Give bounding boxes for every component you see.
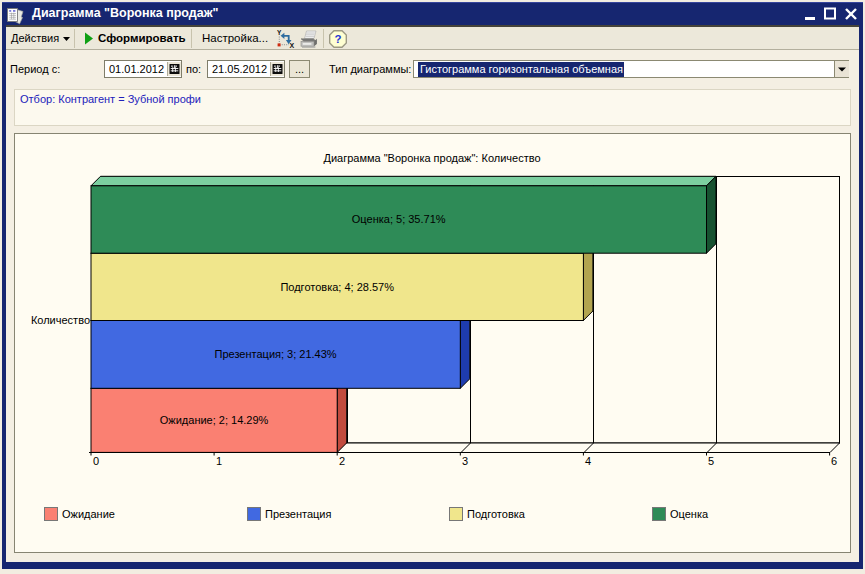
svg-text:Подготовка: Подготовка (467, 508, 526, 520)
svg-text:1: 1 (216, 455, 222, 467)
svg-text:?: ? (334, 33, 341, 45)
svg-text:4: 4 (585, 455, 591, 467)
svg-text:Диаграмма "Воронка продаж": Ко: Диаграмма "Воронка продаж": Количество (323, 152, 540, 164)
svg-text:5: 5 (708, 455, 714, 467)
svg-text:Y: Y (277, 29, 282, 36)
svg-text:Презентация: Презентация (265, 508, 331, 520)
svg-text:Презентация; 3; 21.43%: Презентация; 3; 21.43% (215, 348, 337, 360)
svg-text:Оценка; 5; 35.71%: Оценка; 5; 35.71% (352, 213, 446, 225)
svg-text:Подготовка; 4; 28.57%: Подготовка; 4; 28.57% (280, 281, 394, 293)
svg-text:X: X (290, 42, 295, 49)
svg-text:Количество: Количество (31, 314, 90, 326)
svg-text:6: 6 (831, 455, 837, 467)
svg-text:3: 3 (462, 455, 468, 467)
svg-text:Оценка: Оценка (670, 508, 709, 520)
svg-text:0: 0 (93, 455, 99, 467)
svg-text:2: 2 (339, 455, 345, 467)
svg-text:Ожидание: Ожидание (62, 508, 115, 520)
svg-text:Ожидание; 2; 14.29%: Ожидание; 2; 14.29% (160, 414, 269, 426)
